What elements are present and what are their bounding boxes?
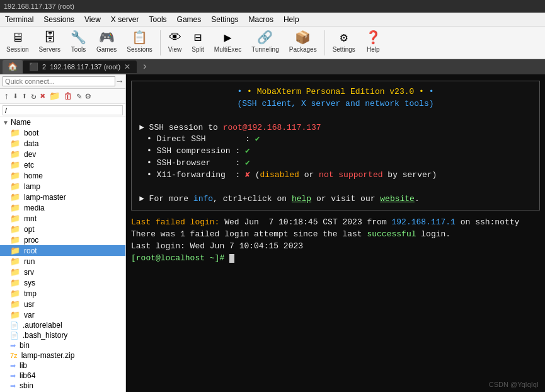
- servers-label: Servers: [39, 46, 60, 53]
- tree-item-proc[interactable]: 📁proc: [0, 234, 125, 245]
- toolbar-tunneling[interactable]: 🔗 Tunneling: [248, 28, 283, 58]
- terminal-content[interactable]: • • MobaXterm Personal Edition v23.0 • •…: [126, 74, 545, 392]
- tree-label-usr: usr: [24, 300, 35, 309]
- tree-item-autorelabel[interactable]: 📄.autorelabel: [0, 320, 125, 330]
- menu-bar: Terminal Sessions View X server Tools Ga…: [0, 13, 545, 26]
- folder-icon-dev: 📁: [10, 149, 20, 159]
- sb-delete-icon[interactable]: 🗑: [62, 91, 74, 102]
- menu-terminal[interactable]: Terminal: [0, 13, 38, 26]
- sb-refresh-icon[interactable]: ↻: [30, 90, 37, 102]
- quick-connect-input[interactable]: [3, 76, 115, 86]
- tree-label-bash_history: .bash_history: [23, 331, 67, 340]
- sidebar-toolbar: ↑ ⬇ ⬆ ↻ ✖ 📁 🗑 ✎ ⚙: [0, 89, 125, 104]
- folder-icon-boot: 📁: [10, 128, 20, 137]
- tree-item-usr[interactable]: 📁usr: [0, 299, 125, 309]
- tree-item-sys[interactable]: 📁sys: [0, 277, 125, 288]
- sb-settings-icon[interactable]: ⚙: [84, 90, 92, 102]
- tree-item-root[interactable]: 📁root: [0, 245, 125, 256]
- sb-up-icon[interactable]: ↑: [3, 91, 10, 102]
- split-icon: ⊟: [194, 32, 202, 45]
- path-input[interactable]: [3, 105, 123, 115]
- servers-icon: 🗄: [43, 32, 56, 45]
- tab-number: 2: [42, 63, 46, 71]
- symlink-icon-bin: ➡: [10, 342, 16, 350]
- menu-macros[interactable]: Macros: [244, 13, 278, 26]
- tree-item-run[interactable]: 📁run: [0, 256, 125, 267]
- toolbar-sessions[interactable]: 📋 Sessions: [123, 28, 156, 58]
- menu-games[interactable]: Games: [172, 13, 207, 26]
- tree-item-srv[interactable]: 📁srv: [0, 267, 125, 277]
- tree-item-bin[interactable]: ➡bin: [0, 340, 125, 350]
- tree-label-proc: proc: [24, 236, 38, 245]
- tree-label-opt: opt: [24, 225, 35, 234]
- help-label: Help: [367, 46, 380, 53]
- settings-label: Settings: [333, 46, 355, 53]
- tree-item-var[interactable]: 📁var: [0, 309, 125, 320]
- tree-item-lamp-master-zip[interactable]: 7zlamp-master.zip: [0, 350, 125, 360]
- sb-rename-icon[interactable]: ✎: [75, 90, 83, 102]
- sb-stop-icon[interactable]: ✖: [39, 90, 47, 102]
- archive-icon-lamp-master-zip: 7z: [10, 352, 18, 359]
- tree-label-sys: sys: [24, 279, 35, 287]
- toolbar-tools[interactable]: 🔧 Tools: [67, 28, 90, 58]
- feature-ssh-compression: • SSH compression : ✔: [139, 146, 532, 158]
- tree-label-lamp-master: lamp-master: [24, 193, 66, 202]
- tree-item-sbin[interactable]: ➡sbin: [0, 381, 125, 391]
- menu-help[interactable]: Help: [278, 13, 304, 26]
- menu-settings[interactable]: Settings: [206, 13, 243, 26]
- sb-download-icon[interactable]: ⬇: [11, 90, 19, 102]
- folder-icon-opt: 📁: [10, 224, 20, 234]
- tree-item-opt[interactable]: 📁opt: [0, 224, 125, 234]
- tab-active-session[interactable]: ⬛ 2 192.168.117.137 (root) ✕: [23, 61, 137, 73]
- toolbar-servers[interactable]: 🗄 Servers: [35, 28, 64, 58]
- tree-item-home[interactable]: 📁home: [0, 170, 125, 181]
- tree-label-run: run: [24, 257, 35, 266]
- tree-label-lib: lib: [20, 361, 27, 370]
- tree-item-etc[interactable]: 📁etc: [0, 159, 125, 170]
- toolbar-split[interactable]: ⊟ Split: [188, 28, 207, 58]
- toolbar-view[interactable]: 👁 View: [164, 28, 186, 58]
- tab-home[interactable]: 🏠: [3, 60, 23, 74]
- tree-item-bash_history[interactable]: 📄.bash_history: [0, 330, 125, 340]
- toolbar-settings[interactable]: ⚙ Settings: [329, 28, 359, 58]
- folder-icon-tmp: 📁: [10, 289, 20, 298]
- menu-view[interactable]: View: [79, 13, 106, 26]
- menu-sessions[interactable]: Sessions: [38, 13, 79, 26]
- folder-icon-var: 📁: [10, 310, 20, 320]
- tree-label-tmp: tmp: [24, 289, 37, 298]
- tree-item-media[interactable]: 📁media: [0, 202, 125, 213]
- tree-item-tmp[interactable]: 📁tmp: [0, 288, 125, 299]
- tree-item-mnt[interactable]: 📁mnt: [0, 213, 125, 224]
- tree-item-lib[interactable]: ➡lib: [0, 360, 125, 371]
- tree-label-lamp: lamp: [24, 182, 40, 191]
- toolbar-separator-1: [160, 30, 161, 55]
- toolbar-multiexec[interactable]: ▶ MultiExec: [210, 28, 245, 58]
- sb-new-folder-icon[interactable]: 📁: [48, 90, 61, 102]
- tree-label-lib64: lib64: [20, 371, 35, 380]
- menu-tools[interactable]: Tools: [144, 13, 172, 26]
- tree-root-item[interactable]: ▼ Name: [0, 117, 125, 127]
- tab-nav-arrow[interactable]: ›: [139, 61, 151, 72]
- info-line1: • • MobaXterm Personal Edition v23.0 • •: [139, 86, 532, 98]
- toolbar-session[interactable]: 🖥 Session: [3, 28, 33, 58]
- tree-item-data[interactable]: 📁data: [0, 138, 125, 149]
- toolbar-packages[interactable]: 📦 Packages: [285, 28, 321, 58]
- terminal-area[interactable]: • • MobaXterm Personal Edition v23.0 • •…: [126, 74, 545, 392]
- sb-upload-icon[interactable]: ⬆: [21, 90, 28, 102]
- session-icon: 🖥: [11, 32, 24, 45]
- last-login-line: Last login: Wed Jun 7 10:04:15 2023: [131, 241, 540, 253]
- tree-item-boot[interactable]: 📁boot: [0, 127, 125, 138]
- tree-root-toggle: ▼: [3, 119, 9, 126]
- tree-item-dev[interactable]: 📁dev: [0, 149, 125, 159]
- tree-item-lamp-master[interactable]: 📁lamp-master: [0, 192, 125, 202]
- quick-connect-go-icon[interactable]: →: [117, 76, 123, 86]
- tab-close-button[interactable]: ✕: [124, 62, 130, 71]
- menu-xserver[interactable]: X server: [106, 13, 144, 26]
- tree-label-lamp-master-zip: lamp-master.zip: [21, 351, 75, 360]
- settings-icon: ⚙: [340, 32, 348, 45]
- tree-item-lamp[interactable]: 📁lamp: [0, 181, 125, 192]
- tree-item-lib64[interactable]: ➡lib64: [0, 371, 125, 381]
- toolbar-games[interactable]: 🎮 Games: [93, 28, 120, 58]
- toolbar-help[interactable]: ❓ Help: [362, 28, 385, 58]
- feature-direct-ssh: • Direct SSH : ✔: [139, 134, 532, 146]
